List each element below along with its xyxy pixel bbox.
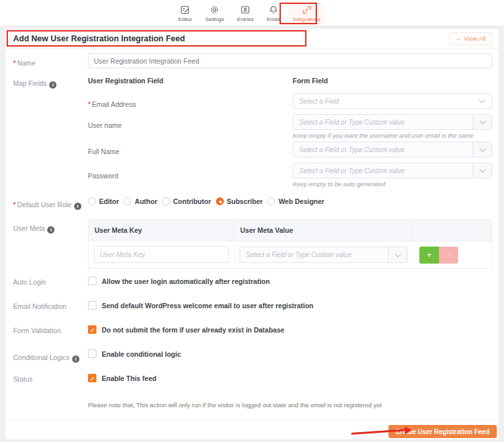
tab-settings[interactable]: Settings [201, 3, 229, 24]
default-user-role-label: Default User Role [17, 201, 72, 209]
username-select-dropdown-button[interactable] [472, 115, 492, 129]
radio-label: Subscriber [227, 197, 263, 205]
tab-integrations-label: Integrations [293, 16, 320, 22]
checkbox-icon[interactable] [88, 350, 96, 358]
create-feed-button[interactable]: Create User Registration Feed [388, 425, 497, 438]
chevron-down-icon [479, 97, 486, 104]
radio-icon[interactable] [123, 197, 131, 205]
default-user-role-radio-group: Editor Author Contributor Subscriber Web… [88, 197, 324, 205]
map-field-name-username: User name [88, 121, 121, 129]
add-meta-row-button[interactable]: + [419, 247, 439, 264]
password-select[interactable]: Select a Field or Type Custom value [293, 163, 492, 178]
chevron-down-icon [479, 146, 486, 152]
footer-note: Please note that, This action will only … [88, 401, 382, 409]
radio-option-editor[interactable]: Editor [88, 197, 119, 205]
tab-editor-label: Editor [178, 16, 192, 22]
tab-email-label: Email [266, 16, 280, 22]
select-placeholder: Select a Field or Type Custom value [293, 167, 472, 174]
user-meta-actions-header [413, 220, 492, 241]
radio-icon[interactable] [162, 197, 170, 205]
radio-icon[interactable] [88, 197, 96, 205]
auto-login-checkbox-row[interactable]: Allow the user login automatically after… [88, 277, 270, 285]
default-user-role-row-label: *Default User Role [13, 198, 81, 210]
tab-integrations[interactable]: Integrations [288, 3, 325, 24]
user-meta-header-row: User Meta Key User Meta Value [89, 220, 492, 241]
radio-icon[interactable] [267, 197, 275, 205]
email-bell-icon [268, 5, 278, 15]
default-user-role-info-icon[interactable] [74, 203, 81, 210]
form-validation-checkbox-row[interactable]: Do not submit the form if user already e… [88, 325, 284, 334]
select-placeholder: Select a Field or Type Custom value [293, 146, 472, 153]
status-label: Status [13, 375, 33, 383]
radio-label: Contributor [173, 197, 211, 205]
conditional-logics-label: Conditional Logics [13, 353, 70, 361]
required-asterisk: * [13, 59, 16, 67]
email-address-select[interactable]: Select a Field [293, 93, 492, 109]
chevron-down-icon [394, 251, 401, 257]
map-field-name-fullname: Full Name [88, 148, 119, 155]
user-meta-row-label: User Meta [13, 222, 54, 233]
user-meta-table: User Meta Key User Meta Value Select a F… [88, 219, 492, 269]
remove-meta-row-button[interactable]: - [439, 247, 458, 264]
radio-option-web-designer[interactable]: Web Designer [267, 197, 324, 205]
required-asterisk: * [13, 201, 16, 209]
column-header-form-field: Form Field [293, 77, 328, 85]
email-notification-label: Email Notification [13, 302, 66, 310]
status-checkbox-row[interactable]: Enable This feed [88, 374, 156, 382]
checkbox-label: Enable conditional logic [102, 350, 181, 358]
email-notification-checkbox-row[interactable]: Send default WordPress welcome email to … [88, 301, 313, 310]
form-validation-label: Form Validation [13, 327, 61, 334]
checkbox-icon-checked[interactable] [88, 325, 96, 334]
user-meta-key-input[interactable] [94, 246, 229, 263]
user-meta-select-dropdown-button[interactable] [388, 247, 407, 262]
tab-email[interactable]: Email [262, 3, 284, 24]
radio-label: Web Designer [278, 197, 324, 205]
required-asterisk: * [88, 100, 91, 108]
checkbox-icon[interactable] [88, 277, 96, 285]
entries-icon [240, 5, 251, 15]
password-select-dropdown-button[interactable] [472, 163, 492, 178]
page: Editor Settings Entries [0, 0, 504, 442]
radio-icon-checked[interactable] [216, 197, 224, 205]
checkbox-icon[interactable] [88, 301, 96, 310]
name-row-label: *Name [13, 56, 35, 68]
select-placeholder: Select a Field [293, 98, 480, 105]
checkbox-label: Do not submit the form if user already e… [102, 326, 284, 334]
map-field-name-password: Password [88, 172, 118, 180]
select-placeholder: Select a Field or Type Custom value [293, 119, 472, 126]
column-header-user-registration-field: User Registration Field [88, 77, 163, 85]
checkbox-label: Enable This feed [102, 374, 156, 382]
map-fields-label: Map Fields [13, 79, 47, 87]
fullname-select[interactable]: Select a Field or Type Custom value [293, 142, 492, 157]
radio-label: Editor [99, 197, 119, 205]
column-divider [234, 241, 235, 268]
editor-icon [180, 5, 190, 15]
radio-option-contributor[interactable]: Contributor [162, 197, 211, 205]
user-meta-label: User Meta [13, 224, 45, 232]
map-fields-info-icon[interactable] [49, 81, 56, 89]
checkbox-icon-checked[interactable] [88, 374, 96, 382]
chevron-down-icon [479, 167, 486, 173]
conditional-logics-info-icon[interactable] [72, 355, 79, 363]
user-meta-info-icon[interactable] [47, 226, 54, 233]
fullname-select-dropdown-button[interactable] [472, 142, 492, 157]
radio-option-subscriber[interactable]: Subscriber [216, 197, 263, 205]
integration-feed-card: Add New User Registration Integration Fe… [5, 29, 499, 439]
tab-editor[interactable]: Editor [174, 3, 197, 24]
checkbox-label: Allow the user login automatically after… [102, 277, 270, 285]
name-label: Name [17, 59, 35, 67]
map-field-name-email: *Email Address [88, 98, 136, 110]
user-meta-value-header: User Meta Value [234, 220, 413, 241]
conditional-logic-checkbox-row[interactable]: Enable conditional logic [88, 350, 181, 358]
view-all-button[interactable]: ← View All [449, 32, 493, 45]
checkbox-label: Send default WordPress welcome email to … [102, 302, 313, 310]
tab-entries[interactable]: Entries [233, 3, 259, 24]
username-select[interactable]: Select a Field or Type Custom value [293, 114, 492, 130]
radio-option-author[interactable]: Author [123, 197, 157, 205]
feed-name-input[interactable] [88, 53, 492, 68]
user-meta-body-row: Select a Field or Type Custom value + - [89, 241, 492, 268]
map-fields-row-label: Map Fields [13, 77, 56, 89]
user-meta-value-select[interactable]: Select a Field or Type Custom value [240, 247, 408, 263]
field-label: Email Address [92, 100, 136, 108]
password-helper-text: Keep empty to be auto generated [293, 180, 385, 188]
